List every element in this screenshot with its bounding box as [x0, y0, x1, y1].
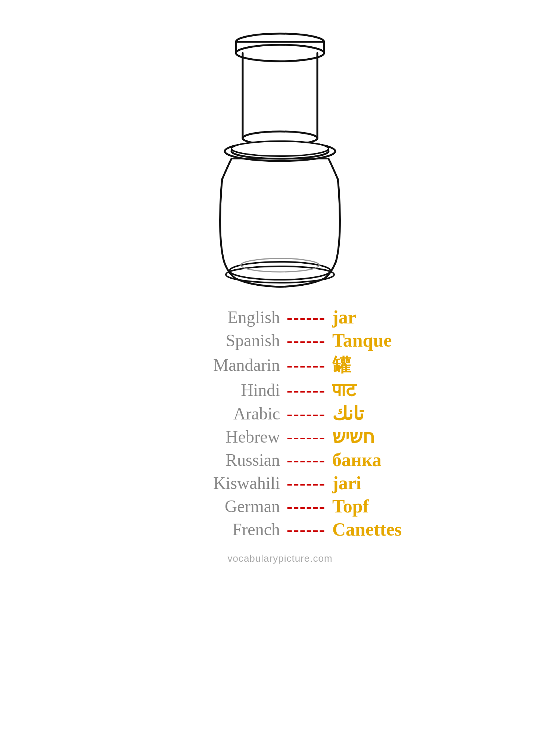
vocab-row: Russian------банка: [138, 449, 422, 471]
vocab-row: Hindi------पाट: [138, 379, 422, 401]
language-label: Arabic: [161, 404, 280, 424]
vocab-row: German------Topf: [138, 495, 422, 517]
vocab-row: Mandarin------罐: [138, 353, 422, 378]
vocab-row: Hebrew------חשיש: [138, 426, 422, 447]
translation-word: 罐: [332, 353, 422, 378]
separator-dashes: ------: [287, 520, 326, 539]
separator-dashes: ------: [287, 450, 326, 470]
separator-dashes: ------: [287, 427, 326, 447]
vocab-row: Spanish------Tanque: [138, 329, 422, 351]
language-label: German: [161, 496, 280, 516]
separator-dashes: ------: [287, 331, 326, 350]
svg-point-8: [231, 141, 329, 156]
translation-word: Canettes: [332, 518, 422, 540]
separator-dashes: ------: [287, 496, 326, 516]
translation-word: jar: [332, 306, 422, 328]
language-label: Kiswahili: [161, 473, 280, 493]
language-label: French: [161, 520, 280, 539]
vocab-row: French------Canettes: [138, 518, 422, 540]
separator-dashes: ------: [287, 307, 326, 327]
vocab-section: English------jarSpanish------TanqueManda…: [0, 306, 560, 542]
vocab-row: English------jar: [138, 306, 422, 328]
language-label: Hebrew: [161, 427, 280, 447]
translation-word: पाट: [332, 379, 422, 401]
language-label: Mandarin: [161, 355, 280, 375]
language-label: Hindi: [161, 380, 280, 400]
translation-word: банка: [332, 449, 422, 471]
translation-word: Topf: [332, 495, 422, 517]
separator-dashes: ------: [287, 380, 326, 400]
language-label: English: [161, 307, 280, 327]
jar-illustration: [190, 19, 370, 295]
vocab-row: Kiswahili------jari: [138, 472, 422, 494]
separator-dashes: ------: [287, 355, 326, 375]
separator-dashes: ------: [287, 404, 326, 424]
vocab-row: Arabic------تانك: [138, 403, 422, 424]
language-label: Russian: [161, 450, 280, 470]
separator-dashes: ------: [287, 473, 326, 493]
translation-word: jari: [332, 472, 422, 494]
language-label: Spanish: [161, 331, 280, 350]
translation-word: Tanque: [332, 329, 422, 351]
image-section: [0, 0, 560, 299]
translation-word: חשיש: [332, 426, 422, 447]
footer: vocabularypicture.com: [227, 553, 332, 564]
page: English------jarSpanish------TanqueManda…: [0, 0, 560, 747]
translation-word: تانك: [332, 403, 422, 424]
svg-point-2: [236, 45, 324, 61]
